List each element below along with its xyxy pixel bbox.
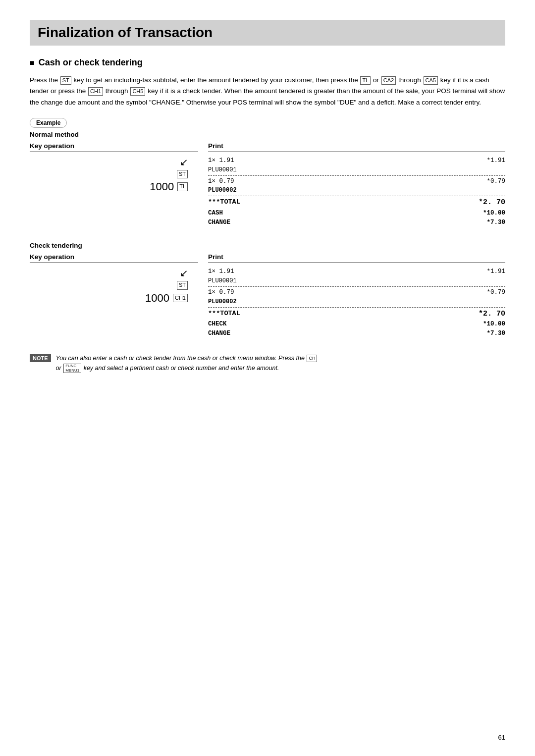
- normal-print-col: Print 1× 1.91*1.91 PLU00001 1× 0.79*0.79…: [208, 142, 505, 227]
- check-receipt-line-1: 1× 1.91*1.91: [208, 267, 505, 276]
- check-step-arrow: ↙: [180, 267, 188, 279]
- check-print-header: Print: [208, 253, 505, 263]
- ch1-key: CH1: [173, 294, 188, 302]
- check-step-1000ch1: 1000 CH1: [145, 292, 188, 305]
- check-receipt-dash-2: [208, 307, 505, 308]
- receipt-plu2: PLU00002: [208, 186, 505, 195]
- st-key-badge: ST: [60, 76, 71, 85]
- normal-method-section: Key operation ↙ ST 1000 TL Print 1× 1.91…: [30, 142, 505, 227]
- arrow-icon-2: ↙: [180, 267, 188, 279]
- page-title: Finalization of Transaction: [30, 20, 505, 46]
- normal-step-st: ST: [176, 170, 188, 178]
- check-step-st: ST: [176, 281, 188, 289]
- normal-step-1000tl: 1000 TL: [150, 180, 188, 193]
- tl-key: TL: [177, 182, 188, 191]
- section-heading: Cash or check tendering: [30, 57, 505, 68]
- receipt-line-2: 1× 0.79*0.79: [208, 177, 505, 186]
- normal-method-label: Normal method: [30, 131, 505, 138]
- note-section: NOTE You can also enter a cash or check …: [30, 353, 505, 374]
- note-label: NOTE: [30, 354, 51, 362]
- intro-text: Press the ST key to get an including-tax…: [30, 75, 505, 108]
- check-receipt-line-2: 1× 0.79*0.79: [208, 288, 505, 297]
- normal-number: 1000: [150, 180, 174, 193]
- normal-receipt: 1× 1.91*1.91 PLU00001 1× 0.79*0.79 PLU00…: [208, 156, 505, 227]
- st-key: ST: [177, 170, 188, 178]
- check-key-op-header: Key operation: [30, 253, 198, 263]
- check-receipt-dash-1: [208, 286, 505, 287]
- check-print-col: Print 1× 1.91*1.91 PLU00001 1× 0.79*0.79…: [208, 253, 505, 338]
- ch5-key-badge: CH5: [130, 87, 145, 96]
- arrow-icon: ↙: [180, 156, 188, 168]
- receipt-change-line: CHANGE*7.30: [208, 218, 505, 227]
- receipt-total-line: ***TOTAL*2. 70: [208, 197, 505, 209]
- check-tendering-label: Check tendering: [30, 242, 505, 249]
- receipt-dash-1: [208, 175, 505, 176]
- normal-key-op-area: ↙ ST 1000 TL: [30, 156, 198, 193]
- tl-key-badge: TL: [360, 76, 371, 85]
- normal-print-header: Print: [208, 142, 505, 152]
- check-receipt-plu2: PLU00002: [208, 297, 505, 306]
- receipt-cash-line: CASH*10.00: [208, 209, 505, 218]
- check-receipt-plu1: PLU00001: [208, 276, 505, 285]
- check-receipt-total-line: ***TOTAL*2. 70: [208, 309, 505, 320]
- normal-key-op-col: Key operation ↙ ST 1000 TL: [30, 142, 208, 227]
- check-key-op-col: Key operation ↙ ST 1000 CH1: [30, 253, 208, 338]
- st-key-2: ST: [177, 281, 188, 289]
- check-method-section: Key operation ↙ ST 1000 CH1 Print 1× 1.9…: [30, 253, 505, 338]
- receipt-dash-2: [208, 196, 505, 196]
- normal-step-arrow: ↙: [180, 156, 188, 168]
- receipt-line-1: 1× 1.91*1.91: [208, 156, 505, 165]
- ch1-key-badge: CH1: [88, 87, 103, 96]
- ca5-key-badge: CA5: [424, 76, 438, 85]
- check-receipt-check-line: CHECK*10.00: [208, 320, 505, 329]
- ca2-key-badge: CA2: [381, 76, 396, 85]
- note-text: You can also enter a cash or check tende…: [56, 353, 318, 374]
- func-menu-key-badge: FUNCMENU1: [63, 364, 81, 374]
- check-receipt-change-line: CHANGE*7.30: [208, 329, 505, 338]
- normal-key-op-header: Key operation: [30, 142, 198, 152]
- check-key-op-area: ↙ ST 1000 CH1: [30, 267, 198, 304]
- check-number: 1000: [145, 292, 169, 305]
- ch-key-badge: CH: [307, 355, 317, 362]
- check-receipt: 1× 1.91*1.91 PLU00001 1× 0.79*0.79 PLU00…: [208, 267, 505, 338]
- page-number: 61: [498, 734, 505, 741]
- example-label: Example: [30, 118, 67, 128]
- receipt-plu1: PLU00001: [208, 165, 505, 174]
